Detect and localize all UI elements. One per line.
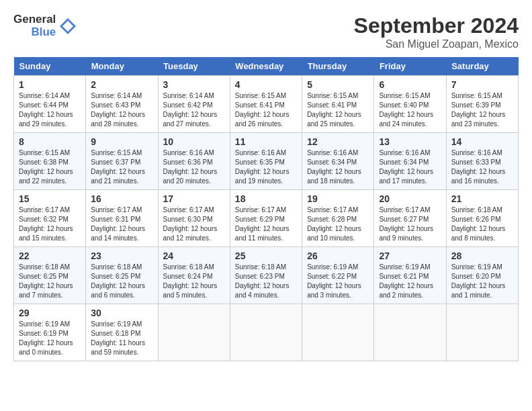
day-info: Sunrise: 6:16 AMSunset: 6:36 PMDaylight:… xyxy=(163,149,218,185)
calendar-day-cell: 15 Sunrise: 6:17 AMSunset: 6:32 PMDaylig… xyxy=(14,190,86,247)
empty-cell xyxy=(158,304,230,361)
day-number: 4 xyxy=(235,79,297,90)
day-number: 12 xyxy=(307,136,369,147)
day-info: Sunrise: 6:18 AMSunset: 6:25 PMDaylight:… xyxy=(19,263,73,299)
day-number: 19 xyxy=(307,193,369,204)
day-number: 20 xyxy=(379,193,441,204)
day-info: Sunrise: 6:19 AMSunset: 6:20 PMDaylight:… xyxy=(451,263,506,299)
day-number: 18 xyxy=(235,193,297,204)
calendar-week-row: 29 Sunrise: 6:19 AMSunset: 6:19 PMDaylig… xyxy=(14,304,519,361)
title-area: September 2024 San Miguel Zoapan, Mexico xyxy=(354,13,519,50)
day-info: Sunrise: 6:17 AMSunset: 6:30 PMDaylight:… xyxy=(163,206,218,242)
calendar-day-cell: 22 Sunrise: 6:18 AMSunset: 6:25 PMDaylig… xyxy=(14,247,86,304)
day-info: Sunrise: 6:16 AMSunset: 6:34 PMDaylight:… xyxy=(307,149,361,185)
calendar-day-cell: 23 Sunrise: 6:18 AMSunset: 6:25 PMDaylig… xyxy=(86,247,158,304)
day-info: Sunrise: 6:17 AMSunset: 6:31 PMDaylight:… xyxy=(91,206,145,242)
calendar-day-cell: 8 Sunrise: 6:15 AMSunset: 6:38 PMDayligh… xyxy=(14,133,86,190)
calendar-day-cell: 21 Sunrise: 6:18 AMSunset: 6:26 PMDaylig… xyxy=(446,190,518,247)
calendar-day-cell: 7 Sunrise: 6:15 AMSunset: 6:39 PMDayligh… xyxy=(446,76,518,133)
day-number: 2 xyxy=(91,79,152,90)
weekday-header-row: SundayMondayTuesdayWednesdayThursdayFrid… xyxy=(14,57,519,76)
day-number: 5 xyxy=(307,79,369,90)
location-title: San Miguel Zoapan, Mexico xyxy=(354,38,519,50)
logo-blue: Blue xyxy=(31,26,56,39)
calendar-day-cell: 18 Sunrise: 6:17 AMSunset: 6:29 PMDaylig… xyxy=(230,190,302,247)
empty-cell xyxy=(374,304,446,361)
weekday-header: Tuesday xyxy=(158,57,230,76)
day-info: Sunrise: 6:15 AMSunset: 6:37 PMDaylight:… xyxy=(91,149,145,185)
calendar-day-cell: 29 Sunrise: 6:19 AMSunset: 6:19 PMDaylig… xyxy=(14,304,86,361)
calendar-day-cell: 16 Sunrise: 6:17 AMSunset: 6:31 PMDaylig… xyxy=(86,190,158,247)
calendar-day-cell: 28 Sunrise: 6:19 AMSunset: 6:20 PMDaylig… xyxy=(446,247,518,304)
day-info: Sunrise: 6:19 AMSunset: 6:21 PMDaylight:… xyxy=(379,263,433,299)
day-number: 17 xyxy=(163,193,225,204)
calendar-day-cell: 3 Sunrise: 6:14 AMSunset: 6:42 PMDayligh… xyxy=(158,76,230,133)
day-number: 26 xyxy=(307,250,369,261)
day-number: 27 xyxy=(379,250,441,261)
calendar-day-cell: 9 Sunrise: 6:15 AMSunset: 6:37 PMDayligh… xyxy=(86,133,158,190)
day-info: Sunrise: 6:15 AMSunset: 6:38 PMDaylight:… xyxy=(19,149,73,185)
logo-icon xyxy=(58,17,77,36)
calendar-day-cell: 20 Sunrise: 6:17 AMSunset: 6:27 PMDaylig… xyxy=(374,190,446,247)
calendar-week-row: 22 Sunrise: 6:18 AMSunset: 6:25 PMDaylig… xyxy=(14,247,519,304)
day-info: Sunrise: 6:17 AMSunset: 6:27 PMDaylight:… xyxy=(379,206,433,242)
day-number: 24 xyxy=(163,250,225,261)
calendar-week-row: 1 Sunrise: 6:14 AMSunset: 6:44 PMDayligh… xyxy=(14,76,519,133)
day-info: Sunrise: 6:14 AMSunset: 6:42 PMDaylight:… xyxy=(163,92,218,128)
empty-cell xyxy=(230,304,302,361)
calendar-day-cell: 17 Sunrise: 6:17 AMSunset: 6:30 PMDaylig… xyxy=(158,190,230,247)
day-info: Sunrise: 6:16 AMSunset: 6:35 PMDaylight:… xyxy=(235,149,290,185)
calendar-day-cell: 25 Sunrise: 6:18 AMSunset: 6:23 PMDaylig… xyxy=(230,247,302,304)
day-number: 8 xyxy=(19,136,81,147)
weekday-header: Thursday xyxy=(302,57,374,76)
day-number: 29 xyxy=(19,308,81,318)
day-number: 16 xyxy=(91,193,152,204)
calendar-week-row: 8 Sunrise: 6:15 AMSunset: 6:38 PMDayligh… xyxy=(14,133,519,190)
logo: General Blue xyxy=(13,13,77,38)
calendar-day-cell: 30 Sunrise: 6:19 AMSunset: 6:18 PMDaylig… xyxy=(86,304,158,361)
day-info: Sunrise: 6:15 AMSunset: 6:40 PMDaylight:… xyxy=(379,92,433,128)
day-info: Sunrise: 6:17 AMSunset: 6:32 PMDaylight:… xyxy=(19,206,73,242)
calendar-day-cell: 27 Sunrise: 6:19 AMSunset: 6:21 PMDaylig… xyxy=(374,247,446,304)
calendar-table: SundayMondayTuesdayWednesdayThursdayFrid… xyxy=(13,57,519,361)
day-number: 14 xyxy=(451,136,513,147)
day-info: Sunrise: 6:17 AMSunset: 6:29 PMDaylight:… xyxy=(235,206,290,242)
calendar-day-cell: 1 Sunrise: 6:14 AMSunset: 6:44 PMDayligh… xyxy=(14,76,86,133)
day-number: 6 xyxy=(379,79,441,90)
day-info: Sunrise: 6:19 AMSunset: 6:18 PMDaylight:… xyxy=(91,320,145,356)
day-number: 28 xyxy=(451,250,513,261)
calendar-day-cell: 14 Sunrise: 6:16 AMSunset: 6:33 PMDaylig… xyxy=(446,133,518,190)
day-number: 7 xyxy=(451,79,513,90)
calendar-day-cell: 11 Sunrise: 6:16 AMSunset: 6:35 PMDaylig… xyxy=(230,133,302,190)
empty-cell xyxy=(446,304,518,361)
day-info: Sunrise: 6:15 AMSunset: 6:41 PMDaylight:… xyxy=(235,92,290,128)
weekday-header: Sunday xyxy=(14,57,86,76)
calendar-day-cell: 10 Sunrise: 6:16 AMSunset: 6:36 PMDaylig… xyxy=(158,133,230,190)
calendar-day-cell: 5 Sunrise: 6:15 AMSunset: 6:41 PMDayligh… xyxy=(302,76,374,133)
day-number: 1 xyxy=(19,79,81,90)
month-title: September 2024 xyxy=(354,13,519,38)
day-number: 25 xyxy=(235,250,297,261)
calendar-day-cell: 19 Sunrise: 6:17 AMSunset: 6:28 PMDaylig… xyxy=(302,190,374,247)
empty-cell xyxy=(302,304,374,361)
calendar-day-cell: 13 Sunrise: 6:16 AMSunset: 6:34 PMDaylig… xyxy=(374,133,446,190)
day-number: 23 xyxy=(91,250,152,261)
weekday-header: Monday xyxy=(86,57,158,76)
day-info: Sunrise: 6:15 AMSunset: 6:39 PMDaylight:… xyxy=(451,92,506,128)
day-info: Sunrise: 6:14 AMSunset: 6:44 PMDaylight:… xyxy=(19,92,73,128)
day-info: Sunrise: 6:16 AMSunset: 6:33 PMDaylight:… xyxy=(451,149,506,185)
weekday-header: Wednesday xyxy=(230,57,302,76)
calendar-day-cell: 24 Sunrise: 6:18 AMSunset: 6:24 PMDaylig… xyxy=(158,247,230,304)
day-number: 9 xyxy=(91,136,152,147)
day-number: 21 xyxy=(451,193,513,204)
day-info: Sunrise: 6:19 AMSunset: 6:19 PMDaylight:… xyxy=(19,320,73,356)
day-number: 10 xyxy=(163,136,225,147)
day-info: Sunrise: 6:15 AMSunset: 6:41 PMDaylight:… xyxy=(307,92,361,128)
day-info: Sunrise: 6:18 AMSunset: 6:23 PMDaylight:… xyxy=(235,263,290,299)
day-number: 30 xyxy=(91,308,152,318)
logo-general: General xyxy=(13,13,56,26)
calendar-day-cell: 4 Sunrise: 6:15 AMSunset: 6:41 PMDayligh… xyxy=(230,76,302,133)
day-info: Sunrise: 6:14 AMSunset: 6:43 PMDaylight:… xyxy=(91,92,145,128)
day-info: Sunrise: 6:17 AMSunset: 6:28 PMDaylight:… xyxy=(307,206,361,242)
day-info: Sunrise: 6:18 AMSunset: 6:24 PMDaylight:… xyxy=(163,263,218,299)
